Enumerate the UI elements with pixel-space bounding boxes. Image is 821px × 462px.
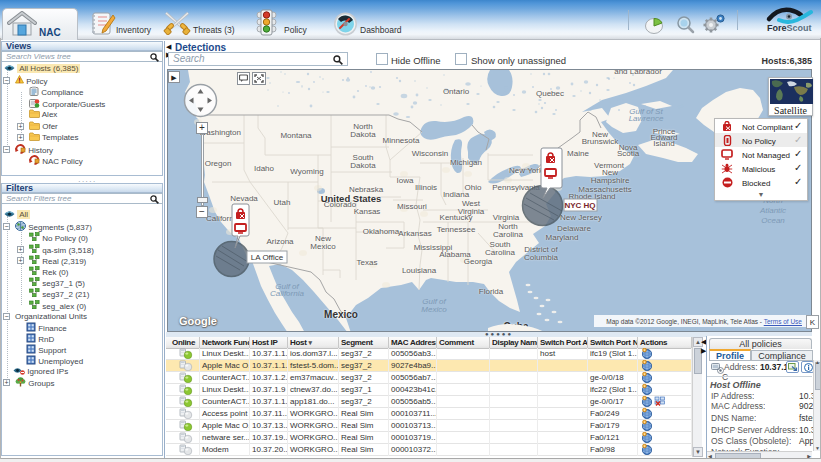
svg-text:Virginia: Virginia <box>493 213 520 222</box>
svg-text:Atlantic: Atlantic <box>759 206 786 215</box>
svg-text:Tennessee: Tennessee <box>437 225 476 234</box>
svg-text:Kansas: Kansas <box>354 207 381 216</box>
svg-text:Scotia: Scotia <box>617 149 640 158</box>
svg-text:Brunswick: Brunswick <box>582 137 619 146</box>
svg-text:Dakota: Dakota <box>350 130 376 139</box>
svg-text:Illinois: Illinois <box>415 183 437 192</box>
svg-text:NYC HQ: NYC HQ <box>564 201 595 210</box>
svg-text:New York: New York <box>509 166 544 175</box>
svg-text:Montana: Montana <box>280 131 312 140</box>
svg-text:Hampshire: Hampshire <box>591 176 630 185</box>
svg-text:Arizona: Arizona <box>266 237 294 246</box>
svg-text:Carolina: Carolina <box>493 230 523 239</box>
svg-text:Mexico: Mexico <box>310 242 336 251</box>
svg-text:Michigan: Michigan <box>450 158 482 167</box>
svg-text:Maryland: Maryland <box>546 233 579 242</box>
svg-text:Delaware: Delaware <box>557 224 591 233</box>
svg-text:Oklahoma: Oklahoma <box>363 227 400 236</box>
svg-text:United States: United States <box>321 193 382 204</box>
svg-text:Virginia: Virginia <box>458 207 485 216</box>
svg-text:Ontario: Ontario <box>443 87 470 96</box>
svg-text:and Labrador: and Labrador <box>614 70 662 76</box>
svg-text:Quebec: Quebec <box>536 89 564 98</box>
svg-text:Wisconsin: Wisconsin <box>412 149 448 158</box>
svg-text:Georgia: Georgia <box>464 257 493 266</box>
svg-text:Mexico: Mexico <box>421 305 447 314</box>
svg-text:Texas: Texas <box>357 258 378 267</box>
svg-text:California: California <box>270 289 304 298</box>
svg-text:Ocean: Ocean <box>761 216 785 225</box>
svg-text:Missouri: Missouri <box>397 202 427 211</box>
svg-text:Lawrence: Lawrence <box>629 114 664 123</box>
svg-text:Oregon: Oregon <box>205 159 232 168</box>
svg-text:Wyoming: Wyoming <box>290 167 323 176</box>
svg-text:Nevada: Nevada <box>230 194 258 203</box>
svg-text:Utah: Utah <box>274 198 291 207</box>
svg-text:LA Office: LA Office <box>251 253 284 262</box>
svg-text:Iowa: Iowa <box>397 176 414 185</box>
svg-text:Carolina: Carolina <box>485 248 515 257</box>
svg-text:Island: Island <box>653 139 674 148</box>
svg-text:Ohio: Ohio <box>465 183 482 192</box>
svg-text:Dakota: Dakota <box>350 161 376 170</box>
svg-text:New Jersey: New Jersey <box>560 213 602 222</box>
svg-text:Florida: Florida <box>479 287 504 296</box>
svg-text:Maine: Maine <box>567 149 589 158</box>
svg-text:Louisiana: Louisiana <box>402 266 437 275</box>
svg-text:Columbia: Columbia <box>524 253 558 262</box>
svg-text:Arkansas: Arkansas <box>398 229 431 238</box>
svg-text:Minnesota: Minnesota <box>383 136 420 145</box>
svg-text:Idaho: Idaho <box>254 164 275 173</box>
svg-text:Mexico: Mexico <box>324 309 358 320</box>
